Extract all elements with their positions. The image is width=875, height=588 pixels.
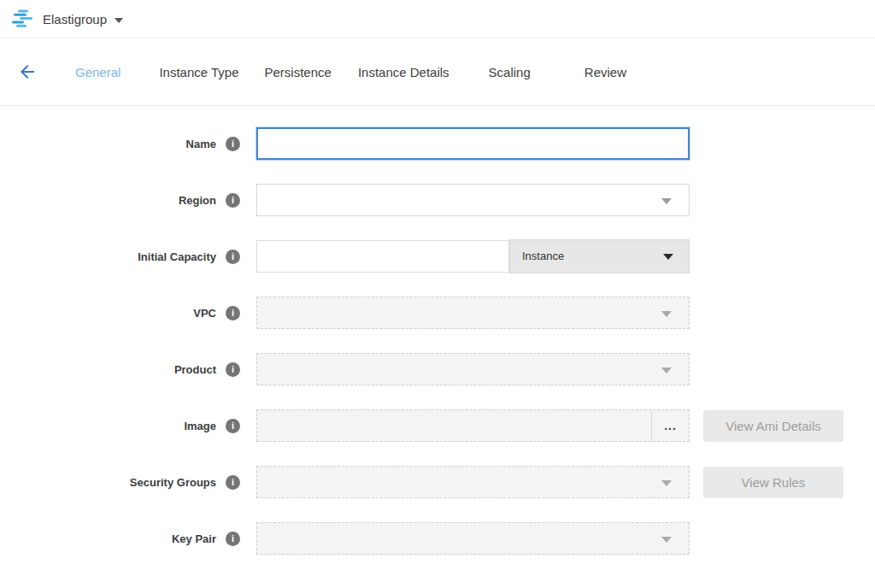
info-icon[interactable]: i: [226, 419, 240, 433]
tab-persistence[interactable]: Persistence: [265, 65, 332, 79]
name-input[interactable]: [256, 127, 690, 160]
form-row-security-groups: Security Groups i View Rules: [0, 466, 875, 498]
image-input: ...: [256, 409, 690, 442]
top-bar: Elastigroup: [0, 0, 875, 38]
capacity-unit-select[interactable]: Instance: [509, 239, 690, 273]
security-groups-label: Security Groups: [130, 476, 216, 489]
chevron-down-icon: [663, 254, 673, 260]
chevron-down-icon[interactable]: [115, 18, 123, 23]
key-pair-label: Key Pair: [172, 532, 216, 545]
capacity-unit-value: Instance: [522, 250, 564, 262]
info-icon[interactable]: i: [226, 250, 240, 264]
form-row-initial-capacity: Initial Capacity i Instance: [0, 240, 875, 273]
form-row-region: Region i: [0, 184, 875, 216]
back-button[interactable]: [17, 62, 38, 82]
vpc-label: VPC: [193, 307, 216, 320]
back-arrow-icon: [17, 62, 38, 82]
info-icon[interactable]: i: [226, 306, 240, 320]
chevron-down-icon: [661, 368, 672, 373]
chevron-down-icon: [661, 480, 672, 486]
vpc-select: [256, 297, 690, 329]
initial-capacity-input[interactable]: [256, 240, 509, 273]
chevron-down-icon: [661, 537, 672, 543]
form-row-name: Name i: [0, 127, 875, 160]
browse-image-button[interactable]: ...: [651, 410, 689, 441]
tab-instance-type[interactable]: Instance Type: [159, 65, 238, 79]
view-ami-details-button[interactable]: View Ami Details: [703, 410, 843, 442]
app-switcher-label[interactable]: Elastigroup: [43, 12, 107, 26]
info-icon[interactable]: i: [226, 475, 240, 490]
chevron-down-icon: [661, 311, 672, 317]
elastigroup-logo-icon: [12, 9, 34, 28]
form-row-product: Product i: [0, 353, 875, 385]
info-icon[interactable]: i: [226, 532, 240, 546]
image-label: Image: [184, 420, 216, 432]
tab-review[interactable]: Review: [584, 65, 626, 79]
info-icon[interactable]: i: [226, 137, 240, 151]
chevron-down-icon: [661, 198, 672, 204]
name-label: Name: [186, 138, 216, 150]
form-row-key-pair: Key Pair i: [0, 522, 875, 555]
wizard-tab-bar: General Instance Type Persistence Instan…: [0, 38, 875, 106]
info-icon[interactable]: i: [226, 362, 240, 377]
info-icon[interactable]: i: [226, 193, 240, 208]
region-select[interactable]: [256, 184, 690, 216]
product-select: [256, 353, 690, 385]
tab-scaling[interactable]: Scaling: [489, 65, 531, 79]
view-rules-button[interactable]: View Rules: [703, 467, 843, 498]
form-row-image: Image i ... View Ami Details: [0, 409, 875, 442]
initial-capacity-label: Initial Capacity: [138, 250, 216, 263]
key-pair-select: [256, 522, 690, 555]
tab-instance-details[interactable]: Instance Details: [358, 65, 449, 79]
region-label: Region: [179, 194, 216, 207]
general-settings-form: Name i Region i Initial Capacity i Insta…: [0, 106, 875, 555]
tab-general[interactable]: General: [75, 65, 120, 79]
form-row-vpc: VPC i: [0, 297, 875, 329]
security-groups-select: [256, 466, 690, 498]
product-label: Product: [174, 363, 216, 376]
